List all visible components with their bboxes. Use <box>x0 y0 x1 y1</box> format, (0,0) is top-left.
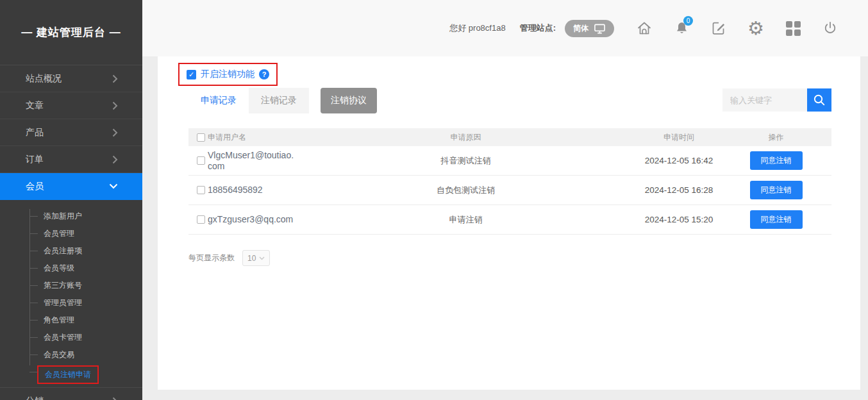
power-icon[interactable] <box>822 20 839 37</box>
per-page-label: 每页显示条数 <box>188 253 235 263</box>
per-page-select[interactable]: 10 <box>242 250 270 266</box>
sidebar: — 建站管理后台 — 站点概况 文章 <box>0 0 142 400</box>
language-pill-label: 简体 <box>573 23 588 34</box>
sidebar-subitem-label: 管理员管理 <box>44 297 82 308</box>
sidebar-subitem-label: 会员卡管理 <box>44 332 82 343</box>
table-row: gxTzguser3@qq.com 申请注销 2024-12-05 15:20 … <box>188 205 831 235</box>
sidebar-subitem[interactable]: 添加新用户 <box>0 208 142 225</box>
agree-logout-button[interactable]: 同意注销 <box>750 151 803 170</box>
sidebar-subitem[interactable]: 管理员管理 <box>0 294 142 312</box>
select-all-checkbox[interactable] <box>197 133 205 142</box>
sidebar-menu: 站点概况 文章 产品 <box>0 65 142 200</box>
cell-time: 2024-12-05 16:42 <box>637 156 721 165</box>
row-checkbox[interactable] <box>197 156 205 165</box>
sidebar-submenu: 添加新用户 会员管理 会员注册项 会员等级 第三方账号 管理员管理 角色管理 <box>0 200 142 385</box>
cell-reason: 抖音测试注销 <box>294 155 637 167</box>
sidebar-subitem[interactable]: 会员注册项 <box>0 242 142 260</box>
monitor-icon <box>594 23 606 34</box>
tab-bar: 申请记录 注销记录 注销协议 <box>188 88 377 113</box>
header-reason: 申请原因 <box>294 132 637 143</box>
user-greeting: 您好 pro8cf1a8 <box>449 22 505 34</box>
row-checkbox[interactable] <box>197 186 205 194</box>
sidebar-item-label: 文章 <box>26 100 44 112</box>
chevron-right-icon <box>112 155 118 164</box>
sidebar-item[interactable]: 会员 <box>0 173 142 200</box>
language-site-pill[interactable]: 简体 <box>565 20 614 37</box>
tab-logout-records[interactable]: 注销记录 <box>249 88 309 113</box>
sidebar-item-label: 订单 <box>26 154 44 165</box>
app-logo: — 建站管理后台 — <box>0 0 142 65</box>
per-page-value: 10 <box>247 254 256 263</box>
chevron-down-icon <box>259 256 265 260</box>
chevron-right-icon <box>112 74 118 83</box>
cell-time: 2024-12-05 15:20 <box>637 215 721 224</box>
header-time: 申请时间 <box>637 132 721 143</box>
home-icon[interactable] <box>636 20 653 37</box>
sidebar-item[interactable]: 站点概况 <box>0 65 142 92</box>
gear-icon[interactable]: ⚙ <box>747 20 764 37</box>
sidebar-subitem[interactable]: 会员管理 <box>0 225 142 242</box>
applications-table: 申请用户名 申请原因 申请时间 操作 VlgcMuser1@toutiao.co… <box>188 128 831 235</box>
cell-username: gxTzguser3@qq.com <box>208 214 294 225</box>
notification-badge: 0 <box>683 16 693 26</box>
logout-toggle-highlight: 开启注销功能 ? <box>178 63 278 86</box>
sidebar-subitem-label: 会员注销申请 <box>37 365 99 384</box>
sidebar-item[interactable]: 订单 <box>0 146 142 173</box>
table-body: VlgcMuser1@toutiao.com 抖音测试注销 2024-12-05… <box>188 146 831 235</box>
sidebar-item-label: 站点概况 <box>26 73 62 85</box>
tab-logout-agreement[interactable]: 注销协议 <box>321 88 377 113</box>
agree-logout-button[interactable]: 同意注销 <box>750 210 803 229</box>
bell-icon[interactable]: 0 <box>673 20 690 37</box>
cell-time: 2024-12-05 16:28 <box>637 185 721 195</box>
apps-grid-icon[interactable] <box>785 20 801 37</box>
header-action: 操作 <box>721 132 831 143</box>
table-row: 18856495892 自负包测试注销 2024-12-05 16:28 同意注… <box>188 176 831 205</box>
sidebar-subitem-label: 第三方账号 <box>44 280 82 291</box>
edit-icon[interactable] <box>710 20 727 37</box>
main-panel: 开启注销功能 ? 申请记录 注销记录 注销协议 申请用户名 申请原因 申请时间 … <box>158 56 860 390</box>
row-checkbox[interactable] <box>197 215 205 224</box>
cell-reason: 申请注销 <box>294 214 637 226</box>
cell-username: 18856495892 <box>208 185 294 196</box>
sidebar-subitem[interactable]: 第三方账号 <box>0 277 142 294</box>
gear-glyph: ⚙ <box>747 20 764 37</box>
sidebar-subitem[interactable]: 会员卡管理 <box>0 329 142 346</box>
tab-application-records[interactable]: 申请记录 <box>188 88 249 113</box>
sidebar-subitem-label: 会员等级 <box>44 263 74 274</box>
chevron-right-icon <box>112 397 118 400</box>
topbar: 您好 pro8cf1a8 管理站点: 简体 0 ⚙ <box>142 0 868 56</box>
sidebar-item-label: 分销 <box>26 396 44 400</box>
sidebar-subitem[interactable]: 会员等级 <box>0 260 142 277</box>
logout-toggle-checkbox[interactable] <box>187 70 196 79</box>
manage-site-label: 管理站点: <box>520 22 556 34</box>
search-button[interactable] <box>807 88 831 112</box>
search-icon <box>813 94 826 106</box>
sidebar-subitem[interactable]: 会员交易 <box>0 346 142 363</box>
agree-logout-button[interactable]: 同意注销 <box>750 181 803 199</box>
search-bar <box>722 88 831 112</box>
cell-username: VlgcMuser1@toutiao.com <box>208 150 294 172</box>
chevron-right-icon <box>112 128 118 137</box>
table-header: 申请用户名 申请原因 申请时间 操作 <box>188 128 831 146</box>
pagination: 每页显示条数 10 <box>188 250 270 266</box>
sidebar-subitem-label: 会员注册项 <box>44 246 82 256</box>
sidebar-subitem[interactable]: 角色管理 <box>0 312 142 329</box>
header-username: 申请用户名 <box>208 133 294 142</box>
chevron-down-icon <box>109 183 118 189</box>
search-input[interactable] <box>722 88 807 112</box>
help-icon[interactable]: ? <box>259 69 269 79</box>
sidebar-subitem[interactable]: 会员注销申请 <box>0 363 142 385</box>
sidebar-subitem-label: 角色管理 <box>44 315 74 326</box>
sidebar-item[interactable]: 产品 <box>0 119 142 146</box>
table-row: VlgcMuser1@toutiao.com 抖音测试注销 2024-12-05… <box>188 146 831 176</box>
sidebar-item[interactable]: 文章 <box>0 92 142 119</box>
cell-reason: 自负包测试注销 <box>294 185 637 196</box>
sidebar-item-label: 会员 <box>26 181 44 192</box>
sidebar-item-label: 产品 <box>26 127 44 138</box>
sidebar-item-distribution[interactable]: 分销 <box>0 387 142 400</box>
sidebar-subitem-label: 会员交易 <box>44 349 74 360</box>
sidebar-subitem-label: 会员管理 <box>44 228 74 239</box>
sidebar-subitem-label: 添加新用户 <box>44 211 82 222</box>
chevron-right-icon <box>112 101 118 110</box>
logout-toggle-label[interactable]: 开启注销功能 <box>201 69 255 80</box>
